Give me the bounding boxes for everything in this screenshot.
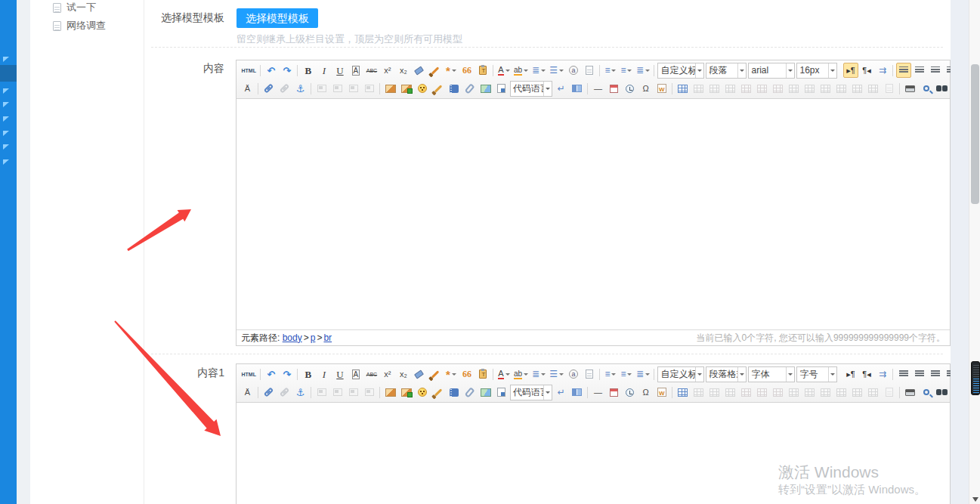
clear-doc-button[interactable] — [582, 63, 597, 78]
blockquote-button[interactable]: 66 — [459, 366, 475, 382]
eraser-button[interactable] — [412, 366, 427, 382]
source-button[interactable]: HTML — [240, 63, 258, 78]
underline-button[interactable]: U — [332, 366, 348, 382]
search-replace-button[interactable] — [935, 385, 950, 400]
nested-scrollbar-thumb[interactable] — [971, 361, 980, 395]
page-break-button[interactable]: ↵ — [554, 81, 569, 96]
undo-button[interactable]: ↶ — [264, 366, 279, 382]
font-border-button[interactable]: A — [348, 63, 363, 78]
rail-chevron-icon[interactable] — [3, 159, 9, 165]
eraser-button[interactable] — [412, 63, 427, 78]
custom-style-select[interactable]: 自定义标题 — [657, 366, 704, 382]
italic-button[interactable]: I — [317, 63, 332, 78]
line-height-button[interactable]: ≣ — [635, 366, 651, 382]
word-image-button[interactable] — [654, 81, 669, 96]
sidebar-item-survey[interactable]: 网络调查 — [53, 19, 106, 32]
strikethrough-button[interactable]: ABC — [364, 63, 379, 78]
bold-button[interactable]: B — [301, 63, 316, 78]
unordered-list-button[interactable]: ☰ — [548, 366, 565, 382]
indent-button[interactable]: ⇉ — [875, 63, 890, 78]
paragraph-format-select[interactable]: 段落 — [706, 63, 747, 79]
rail-chevron-icon[interactable] — [3, 57, 9, 62]
word-image-button[interactable] — [654, 385, 669, 400]
superscript-button[interactable]: x² — [380, 366, 395, 382]
blockquote-button[interactable]: 66 — [459, 63, 475, 78]
preview-button[interactable] — [919, 81, 934, 96]
source-button[interactable]: HTML — [240, 366, 258, 382]
map-button[interactable] — [478, 81, 493, 96]
link-button[interactable] — [261, 385, 277, 400]
unordered-list-button[interactable]: ☰ — [548, 63, 565, 78]
choose-template-button[interactable]: 选择模型模板 — [236, 8, 318, 28]
indent-button[interactable]: ⇉ — [875, 366, 890, 382]
search-replace-button[interactable] — [935, 81, 950, 96]
back-color-button[interactable]: ab — [512, 366, 530, 382]
attachment-button[interactable] — [462, 81, 478, 96]
subscript-button[interactable]: x₂ — [396, 366, 411, 382]
undo-button[interactable]: ↶ — [264, 63, 279, 78]
page-scrollbar-thumb[interactable] — [971, 64, 979, 204]
superscript-button[interactable]: x² — [380, 63, 395, 78]
page-break-button[interactable]: ↵ — [554, 385, 569, 400]
select-all-button[interactable]: a — [566, 366, 581, 382]
font-family-select[interactable]: arial — [748, 63, 795, 79]
format-match-button[interactable] — [428, 366, 443, 382]
font-family-select[interactable]: 字体 — [748, 366, 795, 382]
back-color-button[interactable]: ab — [512, 63, 530, 78]
row-spacing-bottom-button[interactable]: ≡ — [619, 63, 634, 78]
map-button[interactable] — [478, 385, 493, 400]
rail-chevron-icon[interactable] — [3, 88, 9, 94]
paste-plain-button[interactable] — [475, 366, 490, 382]
simple-upload-button[interactable] — [383, 81, 398, 96]
subscript-button[interactable]: x₂ — [396, 63, 411, 78]
anchor-button[interactable]: ⚓ — [293, 81, 308, 96]
time-button[interactable] — [623, 81, 638, 96]
path-link-p[interactable]: p — [311, 332, 316, 343]
template-button[interactable] — [570, 81, 585, 96]
horizontal-rule-button[interactable]: — — [591, 385, 606, 400]
insert-code-button[interactable] — [494, 81, 509, 96]
font-size-select[interactable]: 16px — [796, 63, 837, 79]
spell-check-button[interactable]: Ä — [240, 81, 255, 96]
date-button[interactable] — [607, 385, 622, 400]
emotion-button[interactable] — [415, 385, 430, 400]
auto-typeset-button[interactable]: * — [444, 366, 459, 382]
insert-table-button[interactable] — [675, 385, 691, 400]
insert-code-button[interactable] — [494, 385, 509, 400]
attachment-button[interactable] — [462, 385, 478, 400]
template-button[interactable] — [570, 385, 585, 400]
justify-right-button[interactable] — [928, 366, 943, 382]
time-button[interactable] — [623, 385, 638, 400]
row-spacing-top-button[interactable]: ≡ — [603, 366, 618, 382]
paste-plain-button[interactable] — [475, 63, 490, 78]
fore-color-button[interactable]: A — [496, 63, 512, 78]
sidebar-item-try[interactable]: 试一下 — [53, 1, 96, 14]
link-button[interactable] — [261, 81, 277, 96]
directionality-rtl-button[interactable]: ¶◂ — [859, 63, 874, 78]
justify-center-button[interactable] — [912, 63, 927, 78]
scrawl-button[interactable] — [431, 81, 446, 96]
preview-button[interactable] — [919, 385, 934, 400]
redo-button[interactable]: ↷ — [280, 366, 295, 382]
fore-color-button[interactable]: A — [496, 366, 512, 382]
rail-chevron-icon[interactable] — [3, 102, 9, 107]
insert-video-button[interactable] — [447, 81, 462, 96]
font-border-button[interactable]: A — [348, 366, 363, 382]
rail-chevron-icon[interactable] — [3, 144, 9, 150]
justify-center-button[interactable] — [912, 366, 927, 382]
clear-doc-button[interactable] — [582, 366, 597, 382]
code-language-select[interactable]: 代码语言 — [510, 81, 552, 97]
rail-chevron-icon[interactable] — [3, 131, 9, 136]
justify-right-button[interactable] — [928, 63, 943, 78]
path-link-br[interactable]: br — [323, 332, 332, 343]
special-chars-button[interactable]: Ω — [638, 81, 654, 96]
horizontal-rule-button[interactable]: — — [591, 81, 606, 96]
select-all-button[interactable]: a — [566, 63, 581, 78]
justify-left-button[interactable] — [896, 63, 911, 78]
emotion-button[interactable] — [415, 81, 430, 96]
rail-selected-item[interactable] — [0, 65, 17, 82]
ordered-list-button[interactable]: ≣ — [530, 63, 547, 78]
custom-style-select[interactable]: 自定义标题 — [657, 63, 704, 79]
rail-chevron-icon[interactable] — [3, 116, 9, 122]
bold-button[interactable]: B — [301, 366, 316, 382]
